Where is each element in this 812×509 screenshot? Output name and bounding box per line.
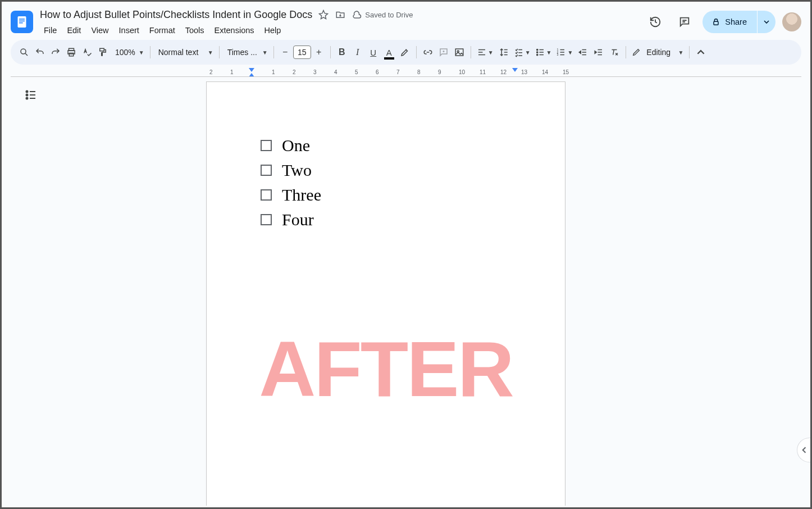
- ruler-tick: 13: [521, 69, 527, 75]
- menu-tools[interactable]: Tools: [181, 24, 208, 37]
- checklist-item-text[interactable]: One: [282, 136, 310, 155]
- svg-point-18: [26, 91, 28, 93]
- checkbox-icon[interactable]: [261, 214, 272, 225]
- checklist-item-text[interactable]: Three: [282, 185, 321, 204]
- svg-text:3: 3: [557, 53, 559, 56]
- checklist-item[interactable]: Two: [261, 161, 511, 180]
- history-icon[interactable]: [644, 11, 667, 33]
- increase-indent-icon[interactable]: [591, 44, 606, 61]
- svg-point-14: [536, 54, 537, 55]
- ruler[interactable]: 21123456789101112131415: [11, 68, 801, 77]
- share-dropdown[interactable]: [758, 11, 775, 33]
- svg-point-13: [536, 52, 537, 53]
- svg-rect-1: [19, 19, 25, 20]
- font-size-input[interactable]: 15: [293, 46, 311, 59]
- numbered-list-icon[interactable]: 123▼: [554, 44, 575, 61]
- editing-mode-select[interactable]: Editing ▼: [629, 44, 686, 61]
- ruler-tick: 3: [313, 69, 317, 75]
- zoom-select[interactable]: 100%▼: [111, 44, 147, 61]
- align-icon[interactable]: ▼: [475, 44, 496, 61]
- ruler-tick: 12: [500, 69, 507, 75]
- search-menus-icon[interactable]: [16, 44, 32, 61]
- ruler-tick: 15: [563, 69, 569, 75]
- ruler-tick: 10: [459, 69, 465, 75]
- pencil-icon: [632, 48, 641, 57]
- undo-icon[interactable]: [32, 44, 48, 61]
- redo-icon[interactable]: [48, 44, 63, 61]
- save-status: Saved to Drive: [352, 10, 413, 20]
- checklist-item-text[interactable]: Two: [282, 161, 312, 180]
- line-spacing-icon[interactable]: [496, 44, 512, 61]
- svg-rect-0: [18, 16, 26, 28]
- ruler-tick: 1: [272, 69, 275, 75]
- svg-rect-10: [455, 49, 463, 56]
- svg-rect-3: [19, 22, 23, 24]
- decrease-font-icon[interactable]: −: [277, 44, 293, 61]
- insert-link-icon[interactable]: [420, 44, 436, 61]
- increase-font-icon[interactable]: +: [311, 44, 327, 61]
- svg-point-5: [21, 49, 26, 54]
- menu-bar: File Edit View Insert Format Tools Exten…: [40, 24, 644, 37]
- checklist-item[interactable]: Four: [261, 210, 511, 229]
- move-icon[interactable]: [335, 9, 346, 20]
- svg-point-19: [26, 94, 28, 96]
- decrease-indent-icon[interactable]: [575, 44, 591, 61]
- bold-icon[interactable]: B: [334, 44, 350, 61]
- docs-logo[interactable]: [11, 11, 33, 33]
- menu-view[interactable]: View: [87, 24, 112, 37]
- comments-icon[interactable]: [673, 11, 696, 33]
- menu-file[interactable]: File: [40, 24, 61, 37]
- checkbox-icon[interactable]: [261, 140, 272, 151]
- menu-edit[interactable]: Edit: [63, 24, 85, 37]
- collapse-toolbar-icon[interactable]: [693, 44, 709, 61]
- ruler-tick: 14: [542, 69, 548, 75]
- checklist-item[interactable]: One: [261, 136, 511, 155]
- bulleted-list-icon[interactable]: ▼: [533, 44, 554, 61]
- underline-icon[interactable]: U: [366, 44, 381, 61]
- toolbar: 100%▼ Normal text▼ Times ...▼ − 15 + B I…: [11, 40, 801, 65]
- checklist-item-text[interactable]: Four: [282, 210, 314, 229]
- share-button[interactable]: Share: [702, 11, 757, 33]
- clear-formatting-icon[interactable]: [606, 44, 622, 61]
- checklist-icon[interactable]: ▼: [512, 44, 533, 61]
- ruler-tick: 5: [355, 69, 358, 75]
- checkbox-icon[interactable]: [261, 189, 272, 201]
- menu-format[interactable]: Format: [145, 24, 179, 37]
- ruler-tick: 7: [396, 69, 400, 75]
- indent-marker-first-line[interactable]: [249, 68, 254, 72]
- svg-rect-9: [100, 48, 104, 51]
- ruler-tick: 8: [417, 69, 421, 75]
- ruler-tick: 2: [209, 69, 213, 75]
- ruler-tick: 11: [480, 69, 486, 75]
- lock-icon: [711, 17, 720, 26]
- paint-format-icon[interactable]: [95, 44, 111, 61]
- menu-insert[interactable]: Insert: [115, 24, 143, 37]
- paragraph-style-select[interactable]: Normal text▼: [154, 44, 216, 61]
- font-select[interactable]: Times ...▼: [223, 44, 270, 61]
- document-page[interactable]: OneTwoThreeFour AFTER: [206, 81, 565, 506]
- italic-icon[interactable]: I: [350, 44, 366, 61]
- ruler-tick: 4: [334, 69, 337, 75]
- avatar[interactable]: [782, 12, 801, 31]
- svg-rect-2: [19, 21, 25, 22]
- add-comment-icon[interactable]: [436, 44, 451, 61]
- menu-extensions[interactable]: Extensions: [211, 24, 258, 37]
- ruler-tick: 1: [230, 69, 234, 75]
- spellcheck-icon[interactable]: [79, 44, 95, 61]
- document-title[interactable]: How to Adjust Bullet Points/Checklists I…: [40, 9, 312, 21]
- document-outline-icon[interactable]: [24, 88, 40, 104]
- ruler-tick: 9: [438, 69, 441, 75]
- highlight-icon[interactable]: [397, 44, 413, 61]
- print-icon[interactable]: [63, 44, 79, 61]
- star-icon[interactable]: [318, 9, 329, 20]
- indent-marker-right[interactable]: [512, 68, 518, 72]
- menu-help[interactable]: Help: [261, 24, 285, 37]
- indent-marker-left[interactable]: [249, 73, 254, 77]
- insert-image-icon[interactable]: [451, 44, 467, 61]
- checklist-item[interactable]: Three: [261, 185, 511, 204]
- checkbox-icon[interactable]: [261, 165, 272, 176]
- text-color-icon[interactable]: A: [381, 44, 397, 61]
- ruler-tick: 2: [293, 69, 296, 75]
- watermark-text: AFTER: [259, 324, 513, 415]
- ruler-tick: 6: [376, 69, 379, 75]
